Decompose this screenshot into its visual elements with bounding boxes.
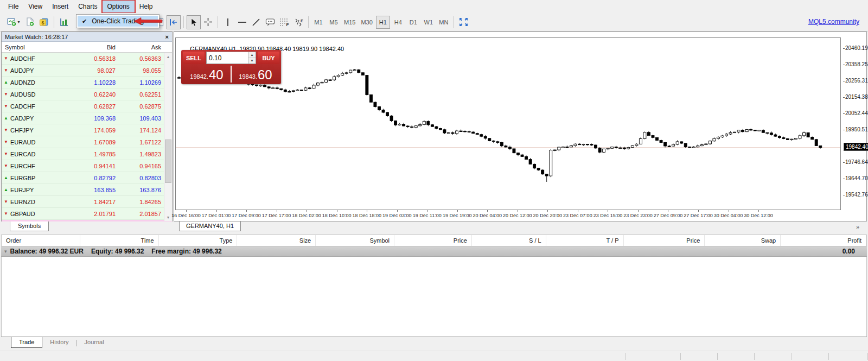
menu-help[interactable]: Help (135, 1, 158, 12)
stepper-down-icon[interactable]: ▼ (248, 58, 256, 64)
toolbox-column-size[interactable]: Size (237, 235, 316, 246)
menu-view[interactable]: View (23, 1, 47, 12)
new-chart-button[interactable]: ▾ (4, 15, 23, 29)
time-tick-label: 17 Dec 01:00 (201, 213, 232, 218)
annotation-arrow-icon (134, 17, 163, 25)
menu-file[interactable]: File (3, 1, 23, 12)
ask-value: 1.10269 (116, 79, 164, 86)
menu-insert[interactable]: Insert (47, 1, 73, 12)
column-symbol[interactable]: Symbol (2, 44, 83, 50)
column-bid[interactable]: Bid (83, 44, 116, 50)
sell-button[interactable]: SELL (183, 52, 205, 64)
market-watch-toggle-button[interactable] (57, 15, 71, 29)
toolbox-column-price[interactable]: Price (624, 235, 705, 246)
horizontal-line-button[interactable] (235, 15, 249, 29)
market-watch-row-eurcad[interactable]: ▼EURCAD1.497851.49823 (2, 148, 172, 160)
mql5-community-link[interactable]: MQL5.community (808, 18, 859, 26)
timeframe-m5-button[interactable]: M5 (327, 16, 341, 29)
tab-history[interactable]: History (42, 337, 76, 347)
stepper-up-icon[interactable]: ▲ (248, 52, 256, 58)
market-watch-row-euraud[interactable]: ▼EURAUD1.670891.67122 (2, 136, 172, 148)
time-tick-mark (608, 210, 608, 212)
market-watch-row-audusd[interactable]: ▼AUDUSD0.622400.62251 (2, 88, 172, 100)
time-tick-label: 30 Dec 04:00 (713, 213, 744, 218)
lot-size-stepper[interactable]: ▲ ▼ (248, 52, 256, 64)
toolbox-column-order[interactable]: Order (2, 235, 80, 246)
timeframe-mn-button[interactable]: MN (437, 16, 451, 29)
text-label-button[interactable] (263, 15, 277, 29)
tab-journal[interactable]: Journal (77, 337, 112, 347)
time-tick-label: 19 Dec 03:00 (382, 213, 412, 218)
toolbox-column-swap[interactable]: Swap (705, 235, 781, 246)
new-order-button[interactable]: $ (37, 15, 51, 29)
market-watch-row-eurchf[interactable]: ▼EURCHF0.941410.94165 (2, 160, 172, 172)
time-tick-label: 17 Dec 17:00 (261, 213, 292, 218)
time-tick-label: 18 Dec 02:00 (291, 213, 322, 218)
timeframe-m15-button[interactable]: M15 (342, 16, 358, 29)
bid-value: 98.027 (83, 67, 116, 74)
scrollbar-thumb[interactable] (165, 140, 171, 183)
timeframe-m1-button[interactable]: M1 (311, 16, 326, 29)
column-ask[interactable]: Ask (116, 44, 164, 50)
market-watch-row-cadchf[interactable]: ▼CADCHF0.628270.62875 (2, 100, 172, 112)
tab-germany40-h1[interactable]: GERMANY40, H1 (179, 221, 241, 231)
toolbox-column-symbol[interactable]: Symbol (316, 235, 394, 246)
lot-size-input[interactable] (207, 52, 248, 64)
vertical-line-button[interactable] (221, 15, 235, 29)
collapse-caret-icon[interactable]: ▾ (4, 249, 7, 254)
time-tick-label: 27 Dec 17:00 (683, 213, 713, 218)
arrow-down-icon: ▼ (2, 151, 10, 156)
symbol-name: EURNZD (10, 199, 83, 205)
market-watch-row-audjpy[interactable]: ▼AUDJPY98.02798.055 (2, 65, 172, 77)
toolbox-column-profit[interactable]: Profit (781, 235, 866, 246)
market-watch-row-eurnzd[interactable]: ▼EURNZD1.842171.84265 (2, 196, 172, 208)
market-watch-row-audnzd[interactable]: ▲AUDNZD1.102281.10269 (2, 77, 172, 88)
toolbox-column-tp[interactable]: T / P (546, 235, 624, 246)
toolbox-column-price[interactable]: Price (394, 235, 472, 246)
timeframe-w1-button[interactable]: W1 (422, 16, 436, 29)
sell-price[interactable]: 19842.40 (183, 66, 231, 83)
timeframe-h1-button[interactable]: H1 (376, 16, 390, 29)
checkmark-icon: ✔ (82, 18, 87, 25)
buy-button[interactable]: BUY (258, 52, 279, 64)
lot-size-field: ▲ ▼ (206, 52, 256, 64)
market-watch-row-chfjpy[interactable]: ▼CHFJPY174.059174.124 (2, 124, 172, 136)
market-watch-row-cadjpy[interactable]: ▲CADJPY109.368109.403 (2, 112, 172, 124)
toolbox-column-time[interactable]: Time (80, 235, 159, 246)
time-tick-mark (518, 210, 518, 212)
trendline-button[interactable] (249, 15, 263, 29)
market-watch-row-eurgbp[interactable]: ▲EURGBP0.827920.82803 (2, 172, 172, 184)
fibonacci-button[interactable]: F (277, 15, 291, 29)
time-scale[interactable]: 16 Dec 16:0017 Dec 01:0017 Dec 09:0017 D… (175, 211, 841, 220)
close-icon[interactable]: × (165, 34, 169, 40)
scroll-up-icon[interactable]: ▲ (164, 53, 172, 60)
menu-charts[interactable]: Charts (73, 1, 102, 12)
time-tick-mark (729, 210, 729, 212)
tab-overflow-chevron[interactable]: » (856, 224, 859, 230)
charts-shift-button[interactable] (167, 15, 181, 29)
cursor-button[interactable] (187, 15, 201, 29)
menu-options[interactable]: Options (103, 1, 135, 12)
price-scale[interactable]: 20460.1920358.2520256.3120154.3820052.44… (843, 37, 867, 210)
menu-item-one-click-trading[interactable]: ✔ One-Click Trading (78, 16, 158, 27)
market-watch-row-gbpaud[interactable]: ▼GBPAUD2.017912.01857 (2, 208, 172, 220)
timeframe-h4-button[interactable]: H4 (391, 16, 405, 29)
options-dropdown-menu: ✔ One-Click Trading (76, 14, 159, 28)
toolbox-column-sl[interactable]: S / L (472, 235, 546, 246)
market-watch-scrollbar[interactable]: ▲ ▼ (164, 53, 172, 221)
chart-plot-area[interactable]: GERMANY40,H1 19820.90 19848.40 19819.90 … (175, 37, 841, 210)
one-click-trading-widget: SELL ▲ ▼ BUY 19842.40 19843.60 (181, 50, 281, 84)
buy-price[interactable]: 19843.60 (232, 66, 279, 83)
tab-trade[interactable]: Trade (11, 337, 42, 348)
market-watch-row-eurjpy[interactable]: ▲EURJPY163.855163.876 (2, 184, 172, 196)
toolbox-column-type[interactable]: Type (159, 235, 238, 246)
fullscreen-button[interactable] (457, 15, 471, 29)
new-order-document-button[interactable] (23, 15, 37, 29)
timeframe-d1-button[interactable]: D1 (406, 16, 420, 29)
market-watch-row-audchf[interactable]: ▼AUDCHF0.563180.56363 (2, 53, 172, 65)
timeframe-m30-button[interactable]: M30 (359, 16, 374, 29)
crosshair-button[interactable] (201, 15, 215, 29)
tab-symbols[interactable]: Symbols (10, 221, 49, 231)
price-tick-label: 19746.64 (845, 159, 868, 165)
elliott-button[interactable]: E (291, 15, 305, 29)
